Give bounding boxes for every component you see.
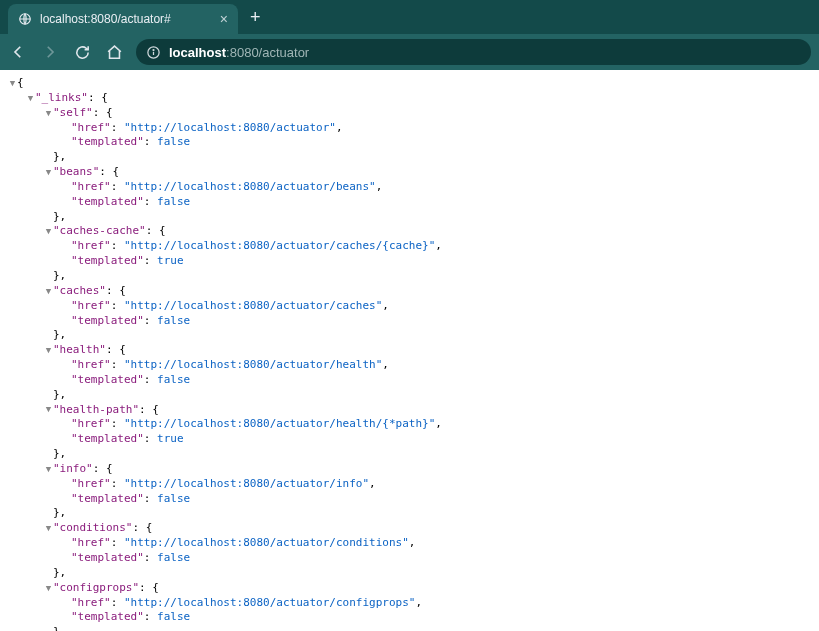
json-line: "templated": true: [8, 254, 811, 269]
json-line: ▼"beans": {: [8, 165, 811, 180]
globe-icon: [18, 12, 32, 26]
tab-title: localhost:8080/actuator#: [40, 12, 212, 26]
json-line: "href": "http://localhost:8080/actuator/…: [8, 299, 811, 314]
json-line: ▼"configprops": {: [8, 581, 811, 596]
json-line: ▼"info": {: [8, 462, 811, 477]
collapse-toggle[interactable]: ▼: [44, 107, 53, 119]
json-line: ▼"self": {: [8, 106, 811, 121]
collapse-toggle[interactable]: ▼: [44, 582, 53, 594]
json-line: },: [8, 388, 811, 403]
collapse-toggle[interactable]: ▼: [44, 344, 53, 356]
json-line: ▼{: [8, 76, 811, 91]
new-tab-button[interactable]: +: [250, 7, 261, 28]
json-line: "templated": false: [8, 195, 811, 210]
json-line: "templated": false: [8, 551, 811, 566]
json-viewer: ▼{▼"_links": {▼"self": {"href": "http://…: [0, 70, 819, 631]
json-line: "href": "http://localhost:8080/actuator/…: [8, 358, 811, 373]
collapse-toggle[interactable]: ▼: [44, 463, 53, 475]
collapse-toggle[interactable]: ▼: [44, 522, 53, 534]
json-line: },: [8, 328, 811, 343]
json-line: ▼"health": {: [8, 343, 811, 358]
back-button[interactable]: [8, 42, 28, 62]
json-line: "href": "http://localhost:8080/actuator/…: [8, 180, 811, 195]
browser-chrome: localhost:8080/actuator# × + localhost:8…: [0, 0, 819, 70]
json-line: "templated": false: [8, 314, 811, 329]
json-line: "href": "http://localhost:8080/actuator/…: [8, 596, 811, 611]
json-line: "templated": false: [8, 492, 811, 507]
collapse-toggle[interactable]: ▼: [44, 285, 53, 297]
json-line: ▼"caches-cache": {: [8, 224, 811, 239]
json-line: "href": "http://localhost:8080/actuator/…: [8, 417, 811, 432]
json-line: ▼"_links": {: [8, 91, 811, 106]
reload-button[interactable]: [72, 42, 92, 62]
close-icon[interactable]: ×: [220, 11, 228, 27]
json-line: ▼"health-path": {: [8, 403, 811, 418]
url-text: localhost:8080/actuator: [169, 45, 309, 60]
json-line: ▼"caches": {: [8, 284, 811, 299]
json-line: "href": "http://localhost:8080/actuator/…: [8, 239, 811, 254]
browser-tab[interactable]: localhost:8080/actuator# ×: [8, 4, 238, 34]
json-line: },: [8, 210, 811, 225]
collapse-toggle[interactable]: ▼: [44, 403, 53, 415]
tab-bar: localhost:8080/actuator# × +: [0, 0, 819, 34]
svg-point-3: [153, 49, 154, 50]
address-bar: localhost:8080/actuator: [0, 34, 819, 70]
json-line: "href": "http://localhost:8080/actuator"…: [8, 121, 811, 136]
collapse-toggle[interactable]: ▼: [8, 77, 17, 89]
home-button[interactable]: [104, 42, 124, 62]
json-line: ▼"conditions": {: [8, 521, 811, 536]
json-line: },: [8, 447, 811, 462]
json-line: },: [8, 566, 811, 581]
json-line: },: [8, 506, 811, 521]
forward-button[interactable]: [40, 42, 60, 62]
json-line: "templated": true: [8, 432, 811, 447]
collapse-toggle[interactable]: ▼: [26, 92, 35, 104]
json-line: "templated": false: [8, 373, 811, 388]
url-input[interactable]: localhost:8080/actuator: [136, 39, 811, 65]
json-line: "href": "http://localhost:8080/actuator/…: [8, 536, 811, 551]
json-line: },: [8, 625, 811, 631]
json-line: "templated": false: [8, 135, 811, 150]
json-line: "href": "http://localhost:8080/actuator/…: [8, 477, 811, 492]
json-line: "templated": false: [8, 610, 811, 625]
json-line: },: [8, 150, 811, 165]
collapse-toggle[interactable]: ▼: [44, 225, 53, 237]
info-icon: [146, 45, 161, 60]
collapse-toggle[interactable]: ▼: [44, 166, 53, 178]
json-line: },: [8, 269, 811, 284]
